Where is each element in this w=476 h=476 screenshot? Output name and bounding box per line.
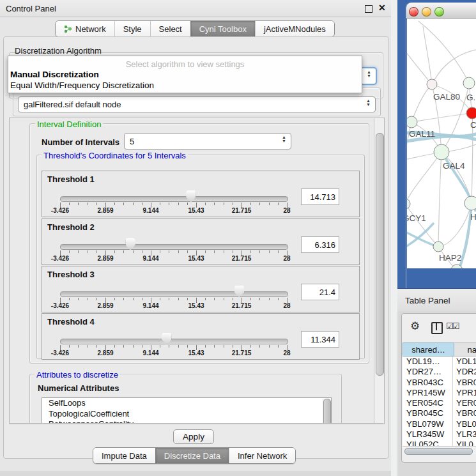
tab-infer-network[interactable]: Infer Network <box>229 448 295 463</box>
tab-select[interactable]: Select <box>150 21 190 36</box>
network-node-label: GAL11 <box>409 129 435 139</box>
attributes-group-title: Attributes to discretize <box>35 370 120 380</box>
threshold-label: Threshold 3 <box>47 270 95 279</box>
number-of-intervals-combobox[interactable]: 5 ▲▼ <box>124 133 291 150</box>
threshold-panel-3: Threshold 3-3.4262.8599.14415.4321.71528… <box>42 266 360 312</box>
network-edge <box>407 152 441 204</box>
threshold-value-field[interactable]: 14.713 <box>301 188 339 205</box>
spinner-arrows-icon[interactable]: ▲▼ <box>367 70 371 78</box>
network-node-gal11[interactable] <box>407 116 417 128</box>
table-row[interactable]: YPR145WYPR1 <box>403 388 476 398</box>
float-window-icon[interactable] <box>365 5 372 13</box>
network-node-gal80[interactable] <box>427 79 437 89</box>
network-node-label: H <box>470 212 476 222</box>
network-edge <box>411 84 432 122</box>
mac-close-icon[interactable] <box>409 7 418 17</box>
attributes-scrollbar[interactable] <box>323 399 330 424</box>
columns-icon-divider <box>436 323 437 330</box>
tab-label: Style <box>123 24 142 34</box>
tab-impute-data[interactable]: Impute Data <box>93 448 155 463</box>
table-row[interactable]: YBR043CYBR0 <box>403 378 476 388</box>
threshold-label: Threshold 2 <box>47 222 95 232</box>
table-data-combobox[interactable]: galFiltered.sif default node ▲▼ <box>18 96 376 112</box>
network-node-label: GAL80 <box>433 92 460 102</box>
tab-style[interactable]: Style <box>114 21 150 36</box>
slider-track[interactable] <box>60 196 288 202</box>
network-edge <box>407 47 432 84</box>
tab-network[interactable]: Network <box>56 21 114 36</box>
threshold-value-field[interactable]: 6.316 <box>301 236 339 253</box>
dropdown-item-equal-width-frequency[interactable]: Equal Width/Frequency Discretization <box>10 81 154 90</box>
apply-button[interactable]: Apply <box>173 429 214 444</box>
table-row[interactable]: YDL19…YDL1 <box>403 357 476 367</box>
select-checkboxes-icon[interactable]: ☑☑ <box>446 321 458 331</box>
threshold-label: Threshold 1 <box>47 174 95 184</box>
slider-track[interactable] <box>60 244 288 250</box>
mac-zoom-icon[interactable] <box>434 7 444 17</box>
network-window-titlebar[interactable] <box>406 3 476 19</box>
network-node-label: HAP2 <box>439 253 461 263</box>
cell-shared-name: YER054C <box>403 398 453 408</box>
cell-shared-name: YBR043C <box>403 378 453 388</box>
network-node-label: G. <box>466 93 475 102</box>
cell-shared-name: YIL052C <box>403 440 453 446</box>
table-row[interactable]: YBL079WYBL0 <box>403 419 476 429</box>
table-row[interactable]: YLR345WYLR3 <box>403 429 476 440</box>
threshold-value-field[interactable]: 11.344 <box>301 331 339 348</box>
numerical-attributes-list[interactable]: SelfLoopsTopologicalCoefficientBetweenne… <box>42 397 332 424</box>
column-header-name[interactable]: na <box>454 342 476 357</box>
column-header-shared[interactable]: shared… <box>403 342 454 357</box>
interval-definition-title: Interval Definition <box>35 119 103 129</box>
table-row[interactable]: YDR27…YDR2 <box>403 367 476 377</box>
network-node-label: GCY1 <box>407 213 426 223</box>
attributes-scrollbar-thumb[interactable] <box>323 399 331 424</box>
close-icon[interactable]: ✕ <box>378 3 386 13</box>
settings-scrollbar-thumb[interactable] <box>376 133 384 376</box>
table-row[interactable]: YER054CYER0 <box>403 398 476 408</box>
slider-track[interactable] <box>60 339 288 344</box>
table-panel-titlebar: Table Panel <box>397 288 476 311</box>
dropdown-item-manual-discretization[interactable]: Manual Discretization <box>10 70 99 79</box>
tab-cyni-toolbox[interactable]: Cyni Toolbox <box>190 21 255 36</box>
thresholds-group-title: Threshold's Coordinates for 5 Intervals <box>42 151 188 160</box>
tab-discretize-data[interactable]: Discretize Data <box>155 448 229 463</box>
table-horizontal-scrollbar[interactable] <box>403 446 476 454</box>
cell-name: YBL0 <box>453 419 476 429</box>
spinner-arrows-icon[interactable]: ▲▼ <box>366 99 371 107</box>
cell-name: YIL0 <box>453 440 476 446</box>
table-hscrollbar-thumb[interactable] <box>404 448 473 455</box>
cell-name: YPR1 <box>453 388 476 398</box>
cell-name: YER0 <box>453 398 476 408</box>
spinner-arrows-icon[interactable]: ▲▼ <box>282 135 286 143</box>
threshold-value-field[interactable]: 21.4 <box>301 284 339 300</box>
mac-minimize-icon[interactable] <box>422 7 431 17</box>
network-node-h[interactable] <box>464 196 476 210</box>
slider-tick-labels: -3.4262.8599.14415.4321.71528 <box>60 349 288 358</box>
cell-shared-name: YBR045C <box>403 408 453 418</box>
table-row[interactable]: YIL052CYIL0 <box>403 440 476 446</box>
tab-label: jActiveMNodules <box>264 24 326 34</box>
table-row[interactable]: YBR045CYBR0 <box>403 408 476 418</box>
network-graph: GAL80G.CGAL11GAL4GCY1HHAP2 <box>407 19 476 268</box>
cell-shared-name: YBL079W <box>403 419 453 429</box>
network-node-gcy1[interactable] <box>407 199 410 209</box>
network-node-g[interactable] <box>463 77 475 89</box>
list-item-topologicalcoefficient[interactable]: TopologicalCoefficient <box>42 409 331 420</box>
columns-icon[interactable] <box>431 322 443 334</box>
tab-jactivemnodules[interactable]: jActiveMNodules <box>255 21 334 36</box>
network-canvas[interactable]: GAL80G.CGAL11GAL4GCY1HHAP2 <box>407 19 476 268</box>
network-node-gal4[interactable] <box>434 144 449 160</box>
list-item-selfloops[interactable]: SelfLoops <box>42 398 331 409</box>
network-node-c[interactable] <box>466 107 476 119</box>
slider-track[interactable] <box>60 291 288 297</box>
cell-shared-name: YLR345W <box>403 429 453 440</box>
settings-vertical-scrollbar[interactable] <box>374 118 385 424</box>
gear-icon[interactable]: ⚙ <box>410 319 420 333</box>
network-node-hap2[interactable] <box>433 242 443 252</box>
table-panel-toolbar: ⚙ ☑☑ <box>402 314 476 342</box>
table-rows: YDL19…YDL1YDR27…YDR2YBR043CYBR0YPR145WYP… <box>403 357 476 446</box>
screen: Control Panel ✕ NetworkStyleSelectCyni T… <box>0 0 476 476</box>
tab-label: Network <box>75 24 106 34</box>
slider-tick-labels: -3.4262.8599.14415.4321.71528 <box>60 302 288 311</box>
tab-label: Impute Data <box>102 451 147 461</box>
